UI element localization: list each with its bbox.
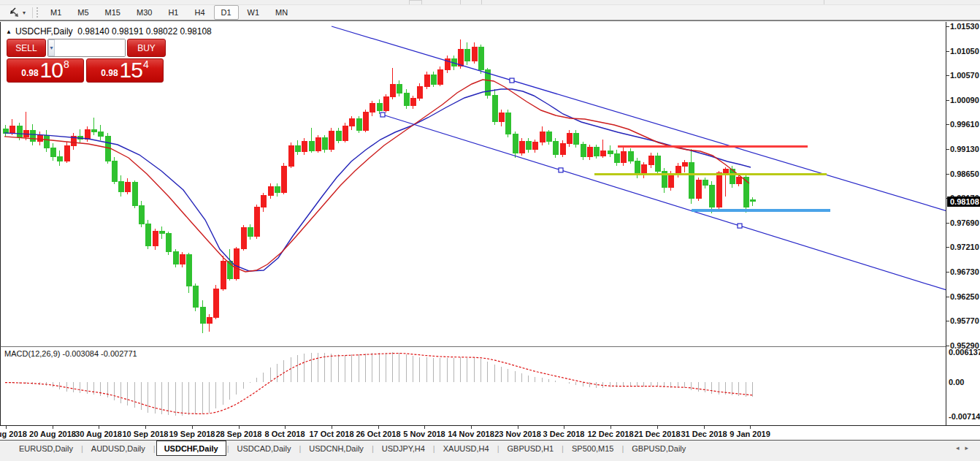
candle-body [309, 142, 314, 151]
candle-body [37, 135, 42, 141]
buy-button[interactable]: BUY [127, 39, 166, 57]
price-tick-mark [946, 174, 949, 175]
trendline-handle[interactable] [510, 78, 514, 83]
macd-chart [1, 347, 946, 425]
timeframe-button-h1[interactable]: H1 [161, 5, 185, 20]
price-tick-mark [946, 247, 949, 248]
candle-body [322, 138, 327, 150]
candle-body [478, 47, 483, 70]
timeframe-button-m30[interactable]: M30 [129, 5, 159, 20]
timeframe-button-m1[interactable]: M1 [43, 5, 69, 20]
date-tick-label: 9 Jan 2019 [730, 430, 770, 438]
sell-button[interactable]: SELL [7, 39, 46, 57]
chart-shift-arrows-icon [8, 7, 20, 18]
buy-price-prefix: 0.98 [101, 68, 118, 78]
tab-usdcad-daily[interactable]: USDCAD,Daily [229, 442, 298, 455]
channel-trendline-upper[interactable] [332, 26, 946, 211]
trendline-handle[interactable] [738, 224, 742, 228]
date-axis[interactable]: 8 Aug 201820 Aug 201830 Aug 201810 Sep 2… [0, 425, 980, 440]
timeframe-button-mn[interactable]: MN [268, 5, 295, 20]
candle-body [132, 183, 137, 206]
tab-usdcnh-daily[interactable]: USDCNH,Daily [302, 442, 371, 455]
candle-body [180, 255, 185, 264]
price-tick-label: 0.97210 [950, 243, 979, 251]
price-tick-mark [946, 100, 949, 101]
price-axis[interactable]: 1.015301.010501.005701.000900.996100.991… [946, 22, 980, 425]
tab-audusd-daily[interactable]: AUDUSD,Daily [84, 442, 153, 455]
timeframe-button-d1[interactable]: D1 [214, 5, 239, 20]
candle-body [248, 227, 253, 237]
date-tick-mark [518, 426, 518, 429]
date-tick-label: 20 Aug 2018 [29, 430, 76, 438]
date-tick-mark [750, 426, 751, 429]
date-tick-mark [657, 426, 658, 429]
date-tick-mark [285, 426, 286, 429]
tab-sp500-m15[interactable]: SP500,M15 [564, 442, 621, 455]
chart-title: ▲USDCHF,Daily 0.98140 0.98191 0.98022 0.… [6, 26, 212, 37]
ohlc-values: 0.98140 0.98191 0.98022 0.98108 [77, 26, 212, 37]
timeframe-button-w1[interactable]: W1 [240, 5, 267, 20]
candle-body [295, 145, 300, 151]
collapse-panel-icon[interactable]: ▲ [6, 28, 12, 35]
volume-input[interactable] [55, 39, 126, 56]
macd-signal-line[interactable] [5, 354, 752, 414]
toolbar-grip[interactable] [37, 7, 38, 18]
current-price-label: 0.98108 [947, 197, 980, 207]
upper-toolbar-remnant [0, 0, 980, 5]
candle-body [153, 232, 158, 246]
tab-gbpusd-h1[interactable]: GBPUSD,H1 [500, 442, 562, 455]
tab-gbpusd-daily[interactable]: GBPUSD,Daily [624, 442, 693, 455]
candle-body [288, 145, 294, 166]
timeframe-button-m5[interactable]: M5 [70, 5, 96, 20]
sell-price-panel[interactable]: 0.98 10 8 [7, 58, 84, 83]
trendline-handle[interactable] [380, 113, 385, 117]
sell-price-prefix: 0.98 [21, 68, 38, 78]
trendline-handle[interactable] [559, 168, 563, 172]
price-tick-mark [946, 26, 949, 27]
sell-price-pip: 8 [64, 58, 69, 70]
trading-platform-window: ▾ M1M5M15M30H1H4D1W1MN ▲USDCHF,Daily 0.9… [0, 0, 980, 461]
candle-body [560, 143, 565, 154]
candle-body [689, 163, 694, 198]
tab-eurusd-daily[interactable]: EURUSD,Daily [12, 442, 80, 455]
date-tick-label: 5 Nov 2018 [403, 430, 445, 438]
macd-pane: MACD(12,26,9) -0.003084 -0.002771 [0, 346, 946, 425]
candle-body [370, 104, 375, 113]
timeframe-button-m15[interactable]: M15 [98, 5, 128, 20]
price-tick-mark [946, 149, 949, 150]
candle-body [241, 227, 246, 248]
tab-scroll-left-icon[interactable]: ◂ [956, 444, 965, 452]
candle-body [261, 196, 266, 207]
timeframe-button-h4[interactable]: H4 [187, 5, 212, 20]
date-tick-label: 8 Aug 2018 [0, 430, 27, 438]
chart-window: ▲USDCHF,Daily 0.98140 0.98191 0.98022 0.… [0, 20, 980, 439]
candle-body [410, 99, 416, 106]
date-tick-label: 12 Dec 2018 [588, 430, 634, 438]
candle-body [112, 161, 117, 181]
chevron-down-icon[interactable]: ▾ [23, 9, 26, 16]
tab-usdchf-daily[interactable]: USDCHF,Daily [156, 441, 226, 456]
tab-usdjpy-h4[interactable]: USDJPY,H4 [375, 442, 432, 455]
candle-body [254, 207, 259, 237]
buy-price-panel[interactable]: 0.98 15 4 [86, 58, 164, 83]
candle-body [377, 104, 382, 111]
tab-scroll-right-icon[interactable]: ▸ [965, 444, 974, 452]
chart-shift-button[interactable]: ▾ [6, 7, 28, 18]
candle-body [166, 234, 171, 252]
candle-body [145, 224, 150, 245]
candle-body [513, 134, 518, 153]
volume-decrease-button[interactable]: ▼ [48, 39, 55, 56]
candle-body [356, 119, 361, 130]
candle-body [472, 47, 477, 61]
candle-body [9, 126, 15, 134]
candle-body [268, 186, 273, 196]
date-tick-label: 19 Sep 2018 [169, 430, 215, 438]
date-tick-label: 30 Aug 2018 [75, 430, 122, 438]
candle-body [302, 142, 307, 152]
candle-body [424, 75, 429, 87]
channel-trendline-lower[interactable] [383, 115, 946, 290]
candle-body [458, 50, 463, 66]
candle-body [600, 151, 605, 156]
tab-xauusd-h4[interactable]: XAUUSD,H4 [436, 442, 497, 455]
date-tick-mark [53, 426, 53, 429]
